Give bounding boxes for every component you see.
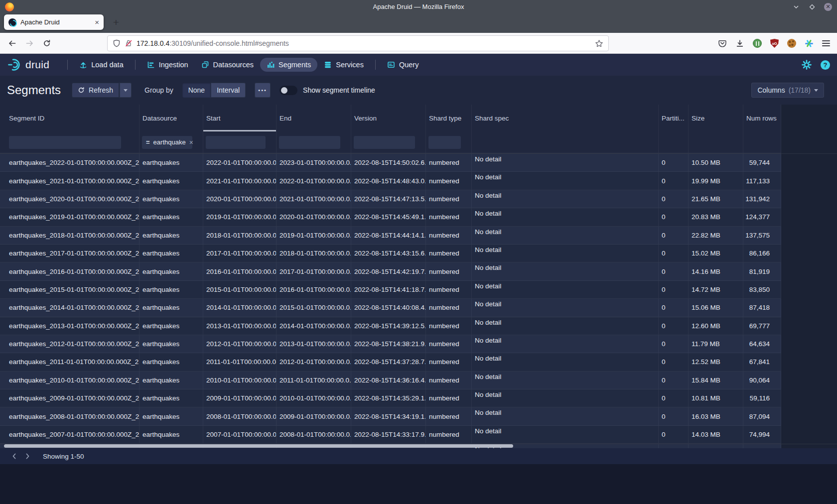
cell-start[interactable]: 2018-01-01T00:00:00.0... xyxy=(203,227,277,244)
cell-num-rows[interactable]: 131,942 xyxy=(743,190,781,208)
cell-version[interactable]: 2022-08-15T14:50:02.6... xyxy=(351,154,426,171)
cell-shard-spec[interactable]: No detail xyxy=(472,190,659,208)
cell-shard-type[interactable]: numbered xyxy=(426,389,472,407)
cell-partition[interactable]: 0 xyxy=(659,281,689,298)
filter-remove-icon[interactable]: × xyxy=(189,138,193,146)
cell-shard-type[interactable]: numbered xyxy=(426,172,472,189)
datasource-filter-input[interactable]: = earthquake × xyxy=(142,136,192,149)
cell-shard-spec[interactable]: No detail xyxy=(472,372,659,389)
cell-num-rows[interactable]: 83,850 xyxy=(743,281,781,298)
cell-shard-spec[interactable]: No detail xyxy=(472,353,659,371)
column-header-partition[interactable]: Partiti... xyxy=(659,105,689,131)
column-header-datasource[interactable]: Datasource xyxy=(140,105,203,131)
cell-version[interactable]: 2022-08-15T14:38:21.9... xyxy=(351,335,426,353)
cell-shard-type[interactable]: numbered xyxy=(426,227,472,244)
cell-end[interactable]: 2021-01-01T00:00:00.0... xyxy=(277,190,351,208)
previous-page-button[interactable] xyxy=(8,450,21,463)
menu-hamburger-icon[interactable] xyxy=(822,40,830,46)
cell-segment-id[interactable]: earthquakes_2009-01-01T00:00:00.000Z_2..… xyxy=(0,389,140,407)
cell-end[interactable]: 2012-01-01T00:00:00.0... xyxy=(277,353,351,371)
cell-size[interactable] xyxy=(689,444,743,448)
column-header-end[interactable]: End xyxy=(277,105,351,131)
insecure-lock-icon[interactable] xyxy=(125,39,133,47)
cell-datasource[interactable]: earthquakes xyxy=(140,190,203,208)
cell-version[interactable]: 2022-08-15T14:43:15.6... xyxy=(351,245,426,262)
downloads-icon[interactable] xyxy=(735,39,744,48)
cell-segment-id[interactable]: earthquakes_2014-01-01T00:00:00.000Z_2..… xyxy=(0,299,140,316)
cell-partition[interactable] xyxy=(659,444,689,448)
cell-segment-id[interactable]: earthquakes_2017-01-01T00:00:00.000Z_2..… xyxy=(0,245,140,262)
refresh-button[interactable]: Refresh xyxy=(72,83,119,98)
cell-shard-type[interactable]: numbered xyxy=(426,353,472,371)
cell-start[interactable]: 2012-01-01T00:00:00.0... xyxy=(203,335,277,353)
cell-end[interactable]: 2015-01-01T00:00:00.0... xyxy=(277,299,351,316)
cell-shard-spec[interactable]: No detail xyxy=(472,299,659,316)
cell-num-rows[interactable]: 67,841 xyxy=(743,353,781,371)
cell-version[interactable]: 2022-08-15T14:33:17.9... xyxy=(351,426,426,443)
cell-shard-spec[interactable]: No detail xyxy=(472,281,659,298)
cell-start[interactable]: 2013-01-01T00:00:00.0... xyxy=(203,317,277,335)
cell-size[interactable]: 16.03 MB xyxy=(689,407,743,425)
cell-size[interactable]: 14.03 MB xyxy=(689,426,743,443)
column-header-shard-type[interactable]: Shard type xyxy=(426,105,472,131)
cell-shard-type[interactable]: numbered xyxy=(426,372,472,389)
table-row[interactable]: earthquakes_2015-01-01T00:00:00.000Z_2..… xyxy=(0,281,781,299)
nav-item-query[interactable]: Query xyxy=(381,58,425,72)
cell-shard-type[interactable]: numbered xyxy=(426,426,472,443)
cell-partition[interactable]: 0 xyxy=(659,245,689,262)
cell-size[interactable]: 11.79 MB xyxy=(689,335,743,353)
version-filter-input[interactable] xyxy=(354,136,415,149)
cell-datasource[interactable]: earthquakes xyxy=(140,372,203,389)
cell-start[interactable]: 2016-01-01T00:00:00.0... xyxy=(203,262,277,280)
cell-size[interactable]: 19.99 MB xyxy=(689,172,743,189)
nav-item-datasources[interactable]: Datasources xyxy=(195,58,260,72)
bookmark-star-icon[interactable] xyxy=(595,39,603,48)
cell-version[interactable]: 2022-08-15T14:48:43.0... xyxy=(351,172,426,189)
cell-datasource[interactable]: earthquakes xyxy=(140,353,203,371)
column-header-shard-spec[interactable]: Shard spec xyxy=(472,105,659,131)
cell-end[interactable]: 2010-01-01T00:00:00.0... xyxy=(277,389,351,407)
cell-shard-spec[interactable]: No detail xyxy=(472,335,659,353)
forward-button-icon[interactable] xyxy=(25,39,34,47)
group-by-interval-button[interactable]: Interval xyxy=(211,83,246,98)
cell-segment-id[interactable]: earthquakes_2020-01-01T00:00:00.000Z_2..… xyxy=(0,190,140,208)
cell-size[interactable]: 14.16 MB xyxy=(689,262,743,280)
table-row[interactable]: earthquakes_2010-01-01T00:00:00.000Z_2..… xyxy=(0,372,781,389)
cell-partition[interactable]: 0 xyxy=(659,262,689,280)
cell-shard-spec[interactable]: No detail xyxy=(472,407,659,425)
new-tab-button[interactable]: + xyxy=(109,15,124,30)
cell-partition[interactable]: 0 xyxy=(659,154,689,171)
window-minimize-icon[interactable] xyxy=(792,3,800,11)
cell-partition[interactable]: 0 xyxy=(659,389,689,407)
cell-segment-id[interactable]: earthquakes_2018-01-01T00:00:00.000Z_2..… xyxy=(0,227,140,244)
cell-shard-spec[interactable]: No detail xyxy=(472,262,659,280)
cell-num-rows[interactable] xyxy=(743,444,781,448)
cell-start[interactable]: 2009-01-01T00:00:00.0... xyxy=(203,389,277,407)
cell-datasource[interactable]: earthquakes xyxy=(140,281,203,298)
cell-datasource[interactable]: earthquakes xyxy=(140,154,203,171)
cell-size[interactable]: 15.06 MB xyxy=(689,299,743,316)
columns-button[interactable]: Columns (17/18) xyxy=(751,83,824,98)
cell-segment-id[interactable]: earthquakes_2022-01-01T00:00:00.000Z_2..… xyxy=(0,154,140,171)
cell-version[interactable]: 2022-08-15T14:36:16.4... xyxy=(351,372,426,389)
cell-end[interactable]: 2023-01-01T00:00:00.0... xyxy=(277,154,351,171)
cell-partition[interactable]: 0 xyxy=(659,372,689,389)
cell-end[interactable]: 2018-01-01T00:00:00.0... xyxy=(277,245,351,262)
cell-segment-id[interactable]: earthquakes_2021-01-01T00:00:00.000Z_2..… xyxy=(0,172,140,189)
cell-end[interactable]: 2020-01-01T00:00:00.0... xyxy=(277,208,351,226)
column-header-version[interactable]: Version xyxy=(351,105,426,131)
reload-button-icon[interactable] xyxy=(43,39,51,47)
cell-datasource[interactable]: earthquakes xyxy=(140,245,203,262)
nav-item-ingestion[interactable]: Ingestion xyxy=(140,58,195,72)
cell-version[interactable]: 2022-08-15T14:42:19.7... xyxy=(351,262,426,280)
cell-datasource[interactable]: earthquakes xyxy=(140,208,203,226)
cell-size[interactable]: 12.52 MB xyxy=(689,353,743,371)
cell-start[interactable]: 2017-01-01T00:00:00.0... xyxy=(203,245,277,262)
cell-shard-spec[interactable]: No detail xyxy=(472,208,659,226)
start-filter-input[interactable] xyxy=(206,136,266,149)
cell-end[interactable]: 2009-01-01T00:00:00.0... xyxy=(277,407,351,425)
url-bar[interactable]: 172.18.0.4:30109/unified-console.html#se… xyxy=(107,35,609,51)
cell-partition[interactable]: 0 xyxy=(659,299,689,316)
table-row[interactable]: earthquakes_2018-01-01T00:00:00.000Z_2..… xyxy=(0,227,781,245)
cell-start[interactable]: 2014-01-01T00:00:00.0... xyxy=(203,299,277,316)
